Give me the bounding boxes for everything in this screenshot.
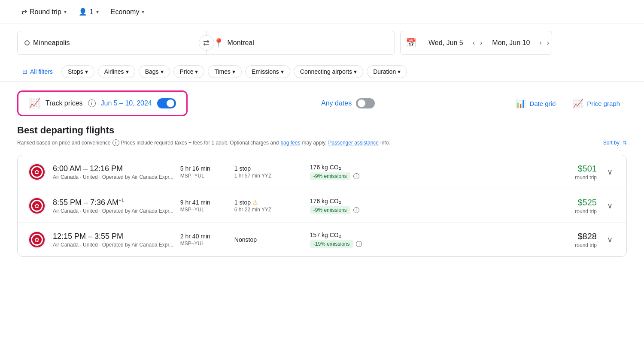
trip-type-chevron-icon: ▾: [64, 9, 67, 15]
depart-prev-button[interactable]: ‹: [470, 36, 477, 50]
price-amount: $828: [545, 232, 597, 241]
view-buttons: 📊 Date grid 📈 Price graph: [508, 95, 627, 112]
flight-emissions: 176 kg CO₂ -9% emissions i: [310, 164, 379, 180]
track-prices-toggle[interactable]: [157, 98, 176, 108]
flight-price: $828 round trip: [545, 232, 597, 248]
return-next-button[interactable]: ›: [544, 36, 552, 50]
any-dates-label: Any dates: [321, 99, 352, 107]
emissions-info-icon[interactable]: i: [356, 241, 362, 247]
airline-logo: ✿: [28, 197, 46, 215]
emissions-filter-button[interactable]: Emissions ▾: [245, 65, 290, 78]
price-graph-button[interactable]: 📈 Price graph: [566, 95, 627, 112]
date-segment: 📅 Wed, Jun 5 ‹ › Mon, Jun 10 ‹ ›: [400, 31, 552, 55]
duration-time: 9 hr 41 min: [180, 199, 228, 206]
flight-expand-button[interactable]: ∨: [604, 199, 616, 212]
depart-date-value: Wed, Jun 5: [428, 39, 463, 47]
stops-filter-button[interactable]: Stops ▾: [61, 65, 94, 78]
stops-count: 1 stop: [234, 165, 303, 172]
times-label: Times: [214, 68, 231, 75]
flight-expand-button[interactable]: ∨: [604, 233, 616, 246]
emissions-co2: 157 kg CO₂: [310, 232, 379, 238]
connecting-airports-filter-button[interactable]: Connecting airports ▾: [294, 65, 363, 78]
destination-icon: 📍: [213, 38, 224, 48]
flight-expand-button[interactable]: ∨: [604, 165, 616, 178]
sort-icon: ⇅: [623, 140, 627, 146]
price-graph-label: Price graph: [587, 100, 620, 107]
round-trip-icon: ⇄: [21, 8, 27, 16]
date-grid-label: Date grid: [529, 100, 556, 107]
emissions-info-icon[interactable]: i: [353, 173, 359, 179]
duration-route: MSP–YUL: [180, 207, 228, 213]
bags-filter-button[interactable]: Bags ▾: [139, 65, 170, 78]
any-dates-toggle[interactable]: [356, 98, 375, 108]
flight-row[interactable]: ✿ 12:15 PM – 3:55 PM Air Canada · United…: [18, 223, 626, 256]
passenger-assistance-link[interactable]: Passenger assistance: [328, 140, 379, 146]
info-circle-icon[interactable]: i: [112, 139, 119, 146]
connecting-airports-label: Connecting airports: [300, 68, 352, 75]
duration-time: 5 hr 16 min: [180, 165, 228, 172]
times-filter-button[interactable]: Times ▾: [208, 65, 242, 78]
origin-field[interactable]: Minneapolis: [18, 31, 207, 54]
person-icon: 👤: [79, 8, 87, 16]
destination-field[interactable]: 📍 Montreal: [207, 31, 395, 54]
bags-label: Bags: [145, 68, 159, 75]
ac-maple-leaf: ✿: [34, 168, 39, 175]
duration-label: Duration: [373, 68, 396, 75]
passengers-label: 1: [90, 8, 94, 16]
depart-date-field[interactable]: Wed, Jun 5: [422, 31, 470, 54]
price-label: Price: [180, 68, 194, 75]
sort-by-button[interactable]: Sort by: ⇅: [603, 140, 627, 146]
connecting-airports-chevron-icon: ▾: [354, 68, 357, 75]
duration-filter-button[interactable]: Duration ▾: [367, 65, 407, 78]
airlines-filter-button[interactable]: Airlines ▾: [98, 65, 135, 78]
stops-chevron-icon: ▾: [85, 68, 88, 75]
emissions-chevron-icon: ▾: [281, 68, 284, 75]
depart-next-button[interactable]: ›: [477, 36, 485, 50]
stop-detail: 1 hr 57 min YYZ: [234, 173, 303, 179]
track-prices-info-icon[interactable]: i: [88, 99, 96, 107]
price-filter-button[interactable]: Price ▾: [173, 65, 205, 78]
passengers-chevron-icon: ▾: [96, 9, 99, 15]
date-grid-button[interactable]: 📊 Date grid: [508, 95, 562, 112]
duration-chevron-icon: ▾: [398, 68, 401, 75]
price-chevron-icon: ▾: [195, 68, 198, 75]
bag-fees-link[interactable]: bag fees: [280, 140, 300, 146]
bags-chevron-icon: ▾: [161, 68, 164, 75]
duration-route: MSP–YUL: [180, 173, 228, 179]
stop-warning-icon: ⚠: [252, 199, 258, 206]
track-prices-box: 📈 Track prices i Jun 5 – 10, 2024: [17, 90, 188, 116]
flight-row[interactable]: ✿ 6:00 AM – 12:16 PM Air Canada · United…: [18, 155, 626, 189]
results-subtitle: Ranked based on price and convenience i …: [17, 139, 627, 146]
flight-airline: Air Canada · United · Operated by Air Ca…: [53, 242, 173, 248]
flight-stops: 1 stop 1 hr 57 min YYZ: [234, 165, 303, 179]
round-trip-button[interactable]: ⇄ Round trip ▾: [17, 5, 71, 18]
cabin-button[interactable]: Economy ▾: [106, 6, 149, 18]
sort-by-label: Sort by:: [603, 140, 621, 146]
ac-maple-leaf: ✿: [34, 202, 39, 209]
price-amount: $501: [545, 164, 597, 174]
flight-emissions: 176 kg CO₂ -9% emissions i: [310, 198, 379, 214]
emissions-badge: -9% emissions: [310, 172, 350, 180]
return-prev-button[interactable]: ‹: [537, 36, 544, 50]
swap-button[interactable]: ⇄: [199, 35, 214, 51]
route-search-segment: Minneapolis ⇄ 📍 Montreal: [17, 31, 395, 55]
origin-icon: [24, 40, 30, 45]
airline-logo: ✿: [28, 163, 46, 181]
flight-row[interactable]: ✿ 8:55 PM – 7:36 AM+1 Air Canada · Unite…: [18, 189, 626, 223]
passengers-button[interactable]: 👤 1 ▾: [74, 5, 103, 18]
price-label: round trip: [545, 208, 597, 214]
filters-bar: ⊟ All filters Stops ▾ Airlines ▾ Bags ▾ …: [0, 62, 644, 82]
flight-duration: 2 hr 40 min MSP–YUL: [180, 233, 228, 247]
emissions-info-icon[interactable]: i: [353, 207, 359, 213]
return-date-field[interactable]: Mon, Jun 10: [485, 31, 537, 54]
airline-logo: ✿: [28, 231, 46, 249]
cabin-label: Economy: [111, 8, 140, 16]
all-filters-button[interactable]: ⊟ All filters: [17, 66, 58, 78]
may-apply-text: may apply.: [302, 140, 326, 146]
origin-value: Minneapolis: [33, 39, 70, 47]
stops-label: Stops: [68, 68, 83, 75]
duration-route: MSP–YUL: [180, 241, 228, 247]
flight-duration: 9 hr 41 min MSP–YUL: [180, 199, 228, 213]
all-filters-label: All filters: [30, 68, 53, 75]
price-label: round trip: [545, 242, 597, 248]
